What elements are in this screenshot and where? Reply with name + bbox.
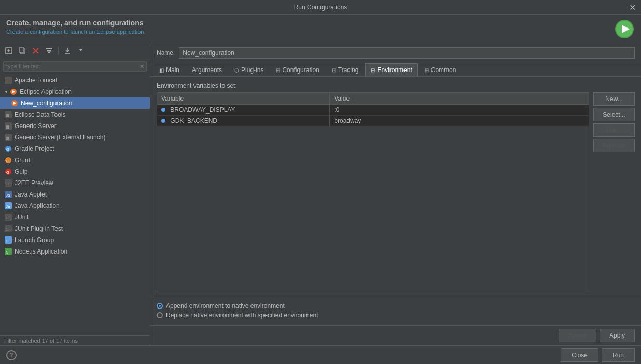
- radio-row-1: Append environment to native environment: [157, 302, 635, 310]
- tab-environment-label: Environment: [377, 66, 412, 74]
- j2ee-icon: J2: [4, 179, 12, 187]
- table-row[interactable]: BROADWAY_DISPLAY :0: [157, 105, 589, 116]
- tree-item-new-configuration[interactable]: New_configuration: [0, 97, 150, 109]
- radio-append[interactable]: [157, 303, 163, 309]
- tree-item-apache-tomcat[interactable]: T Apache Tomcat: [0, 75, 150, 86]
- common-tab-icon: ⊞: [425, 67, 429, 73]
- svg-rect-11: [47, 50, 51, 52]
- filter-clear-icon[interactable]: ✕: [137, 62, 146, 71]
- tree-item-junit[interactable]: Ju JUnit: [0, 212, 150, 223]
- tab-arguments[interactable]: Arguments: [186, 63, 228, 76]
- help-icon[interactable]: ?: [6, 350, 17, 360]
- tree-label: Apache Tomcat: [15, 77, 58, 84]
- env-table-wrapper: Variable Value BROADWAY_DISPLAY :0: [157, 92, 589, 292]
- grunt-icon: G: [4, 156, 12, 164]
- tab-tracing-label: Tracing: [338, 66, 359, 74]
- tree-item-generic-server[interactable]: ▦ Generic Server: [0, 120, 150, 132]
- footer-buttons: Close Run: [561, 348, 635, 362]
- tab-main[interactable]: ◧ Main: [154, 63, 185, 76]
- close-icon[interactable]: ✕: [629, 2, 636, 12]
- select-env-button[interactable]: Select...: [593, 108, 635, 121]
- var-value-2: broadway: [330, 116, 589, 127]
- tree-label: Java Application: [15, 202, 60, 209]
- radio-section: Append environment to native environment…: [150, 298, 641, 325]
- tree-label: Grunt: [15, 157, 30, 164]
- env-table-container: Variable Value BROADWAY_DISPLAY :0: [157, 92, 635, 292]
- tab-configuration-label: Configuration: [282, 66, 319, 74]
- tree-item-launch-group[interactable]: L Launch Group: [0, 234, 150, 246]
- env-panel: Environment variables to set: Variable V…: [150, 77, 641, 298]
- generic-server-ext-icon: ▦: [4, 133, 12, 142]
- config-tab-icon: ⊞: [276, 67, 280, 73]
- filter-button[interactable]: [44, 45, 55, 57]
- radio-replace[interactable]: [157, 312, 163, 318]
- tab-tracing[interactable]: ⊡ Tracing: [326, 63, 365, 76]
- tab-main-label: Main: [166, 66, 179, 74]
- tree-item-grunt[interactable]: G Grunt: [0, 155, 150, 166]
- col-variable: Variable: [157, 93, 330, 105]
- revert-button[interactable]: Revert: [559, 329, 596, 342]
- run-button[interactable]: Run: [602, 348, 635, 362]
- row-dot-2: [161, 119, 165, 123]
- radio-replace-label: Replace native environment with specifie…: [166, 312, 318, 319]
- tab-environment[interactable]: ⊟ Environment: [365, 63, 417, 76]
- tree-item-eclipse-data-tools[interactable]: ▦ Eclipse Data Tools: [0, 109, 150, 120]
- tree-label: Generic Server(External Launch): [15, 134, 105, 141]
- tree-item-nodejs-application[interactable]: N Node.js Application: [0, 246, 150, 257]
- col-value: Value: [330, 93, 589, 105]
- tree-item-gulp[interactable]: G Gulp: [0, 166, 150, 177]
- new-env-button[interactable]: New...: [593, 92, 635, 106]
- tree-label: Eclipse Application: [20, 88, 72, 95]
- tree-label: JUnit Plug-in Test: [15, 225, 63, 232]
- tracing-tab-icon: ⊡: [332, 67, 336, 73]
- header-text: Create, manage, and run configurations C…: [6, 19, 145, 35]
- svg-text:▦: ▦: [6, 113, 10, 118]
- new-config-button[interactable]: [3, 45, 15, 57]
- header-subtext: Create a configuration to launch an Ecli…: [6, 29, 145, 35]
- tree-label: Generic Server: [15, 122, 57, 130]
- tree-item-java-applet[interactable]: Ja Java Applet: [0, 189, 150, 200]
- tree-label: J2EE Preview: [15, 179, 53, 187]
- name-input[interactable]: [179, 47, 635, 59]
- tree-label: Java Applet: [15, 191, 47, 198]
- filter-input[interactable]: [4, 62, 137, 71]
- env-label: Environment variables to set:: [157, 82, 635, 89]
- svg-text:N: N: [6, 250, 8, 254]
- svg-text:Ju: Ju: [6, 216, 10, 220]
- tree-item-j2ee-preview[interactable]: J2 J2EE Preview: [0, 177, 150, 189]
- nodejs-icon: N: [4, 247, 12, 256]
- remove-env-button[interactable]: Remove: [593, 139, 635, 152]
- dropdown-button[interactable]: [75, 45, 87, 57]
- tab-plugins[interactable]: ⬡ Plug-ins: [229, 63, 269, 76]
- generic-server-icon: ▦: [4, 122, 12, 130]
- left-panel: ✕ T Apache Tomcat ▼ Eclipse Application: [0, 43, 150, 345]
- tree-item-gradle-project[interactable]: G Gradle Project: [0, 143, 150, 155]
- run-icon: [614, 19, 635, 39]
- svg-text:▦: ▦: [6, 124, 10, 129]
- import-button[interactable]: [62, 45, 73, 57]
- copy-config-button[interactable]: [17, 45, 28, 57]
- tree-item-eclipse-application[interactable]: ▼ Eclipse Application: [0, 86, 150, 97]
- table-row[interactable]: GDK_BACKEND broadway: [157, 116, 589, 127]
- java-applet-icon: Ja: [4, 190, 12, 199]
- svg-marker-15: [79, 49, 82, 51]
- svg-text:J2: J2: [6, 182, 10, 186]
- tree-item-java-application[interactable]: Ja Java Application: [0, 200, 150, 212]
- tab-configuration[interactable]: ⊞ Configuration: [270, 63, 325, 76]
- delete-config-button[interactable]: [30, 45, 41, 57]
- svg-text:L: L: [6, 239, 8, 243]
- edit-env-button[interactable]: Edit...: [593, 123, 635, 137]
- close-button[interactable]: Close: [561, 348, 598, 362]
- eclipse-app-icon: [9, 88, 18, 96]
- svg-text:T: T: [6, 79, 8, 83]
- tree-label: Gradle Project: [15, 145, 54, 152]
- apply-button[interactable]: Apply: [600, 329, 635, 342]
- row-dot-1: [161, 108, 165, 112]
- tree-item-generic-server-external[interactable]: ▦ Generic Server(External Launch): [0, 132, 150, 143]
- svg-text:Ja: Ja: [6, 193, 10, 198]
- main-content: ✕ T Apache Tomcat ▼ Eclipse Application: [0, 43, 641, 345]
- tree-label: New_configuration: [21, 100, 72, 107]
- tree-item-junit-plugin-test[interactable]: Ju JUnit Plug-in Test: [0, 223, 150, 234]
- tab-common[interactable]: ⊞ Common: [419, 63, 462, 76]
- svg-text:G: G: [6, 147, 9, 152]
